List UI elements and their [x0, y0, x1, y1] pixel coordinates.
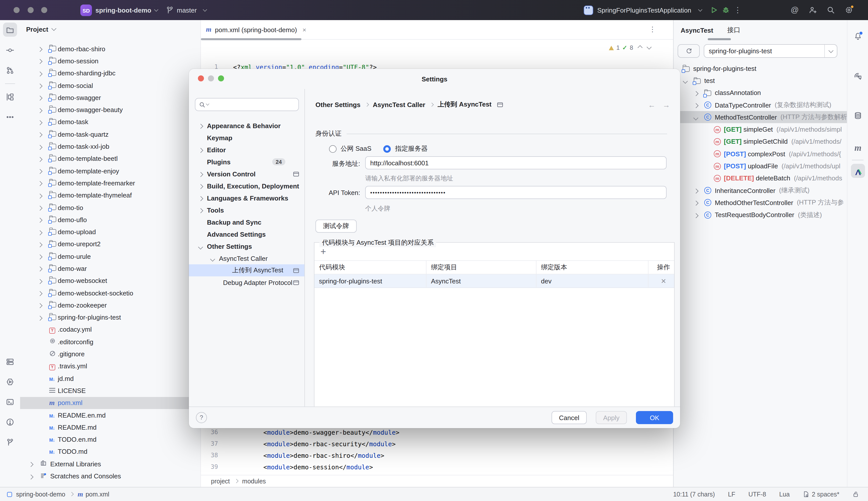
settings-tree-item[interactable]: Advanced Settings — [189, 228, 304, 240]
project-tree-item[interactable]: Scratches and Consoles — [20, 470, 200, 482]
settings-tree-item[interactable]: Version Control — [189, 168, 304, 180]
editor-tab[interactable]: m pom.xml (spring-boot-demo) × — [206, 20, 306, 39]
branch-selector[interactable]: master — [166, 0, 206, 20]
project-tree-item[interactable]: demo-template-thymeleaf — [20, 189, 200, 202]
chevron-right-icon[interactable] — [693, 91, 698, 96]
chevron-right-icon[interactable] — [37, 316, 42, 320]
cancel-button[interactable]: Cancel — [552, 411, 587, 424]
breadcrumb-upload[interactable]: 上传到 AsyncTest — [437, 100, 491, 109]
asynctest-tool-button[interactable] — [847, 162, 868, 182]
project-tree-item[interactable]: M↓ README.en.md — [20, 409, 200, 422]
code-line[interactable]: <module>demo-rbac-shiro</module> — [233, 452, 384, 459]
api-tree-item[interactable]: spring-for-plugins-test — [674, 62, 847, 75]
project-tree-item[interactable]: LICENSE — [20, 385, 200, 397]
delete-row-icon[interactable]: ✕ — [649, 274, 674, 287]
project-tree-item[interactable]: demo-websocket — [20, 275, 200, 287]
chevron-right-icon[interactable] — [693, 201, 698, 205]
settings-tree-item[interactable]: Build, Execution, Deployment — [189, 180, 304, 192]
project-tree-item[interactable]: m pom.xml — [20, 397, 200, 409]
settings-search-input[interactable] — [195, 98, 299, 111]
chevron-right-icon[interactable] — [37, 84, 42, 88]
project-tree-item[interactable]: demo-uflo — [20, 214, 200, 226]
editor-breadcrumb[interactable]: project modules — [201, 475, 673, 487]
settings-tree-item[interactable]: 上传到 AsyncTest — [189, 264, 304, 276]
project-tree-item[interactable]: demo-rbac-shiro — [20, 43, 200, 55]
window-close-button[interactable] — [13, 7, 20, 13]
project-tree-item[interactable]: demo-template-freemarker — [20, 177, 200, 190]
api-tree-item[interactable]: CDataTypeController (复杂数据结构测试) — [674, 99, 847, 111]
pull-requests-tool-button[interactable] — [0, 60, 20, 81]
chevron-down-icon[interactable] — [198, 244, 203, 249]
project-tree-item[interactable]: demo-template-enjoy — [20, 165, 200, 177]
project-tree-item[interactable]: Y .codacy.yml — [20, 323, 200, 336]
project-tree-item[interactable]: .gitignore — [20, 348, 200, 360]
project-badge[interactable]: SD — [80, 4, 92, 16]
api-tree-item[interactable]: m[POST] uploadFile (/api/v1/methods/upl — [674, 160, 847, 172]
chevron-right-icon[interactable] — [37, 133, 42, 137]
chevron-right-icon[interactable] — [37, 108, 42, 113]
chevron-right-icon[interactable] — [693, 213, 698, 218]
project-tree-item[interactable]: M↓ TODO.md — [20, 446, 200, 458]
status-file[interactable]: pom.xml — [86, 491, 109, 498]
project-tree-item[interactable]: M↓ README.md — [20, 421, 200, 434]
project-tree-item[interactable]: demo-social — [20, 79, 200, 92]
chevron-right-icon[interactable] — [37, 72, 42, 76]
run-config-name[interactable]: SpringForPluginsTestApplication — [597, 6, 691, 14]
project-tree-item[interactable]: Y .travis.yml — [20, 360, 200, 372]
test-token-button[interactable]: 测试令牌 — [315, 220, 357, 233]
maven-button[interactable]: m — [847, 138, 868, 158]
project-tree-item[interactable]: demo-websocket-socketio — [20, 287, 200, 299]
project-panel-header[interactable]: Project — [20, 20, 200, 38]
chevron-right-icon[interactable] — [37, 291, 42, 296]
chevron-right-icon[interactable] — [37, 157, 42, 162]
settings-gear-icon[interactable] — [845, 6, 853, 14]
ai-assistant-icon[interactable]: @ — [791, 6, 799, 14]
project-tree-item[interactable]: demo-task — [20, 116, 200, 128]
settings-tree-item[interactable]: AsyncTest Caller — [189, 252, 304, 264]
status-project[interactable]: spring-boot-demo — [16, 491, 65, 498]
api-tree-item[interactable]: test — [674, 75, 847, 87]
api-tree-item[interactable]: CMethodTestController (HTTP 方法与参数解析 — [674, 111, 847, 124]
settings-tree-item[interactable]: Debug Adapter Protocol — [189, 276, 304, 288]
chevron-right-icon[interactable] — [37, 96, 42, 100]
chevron-right-icon[interactable] — [198, 148, 203, 152]
chevron-right-icon[interactable] — [198, 184, 203, 189]
ai-chat-button[interactable] — [847, 66, 868, 86]
tab-interface[interactable]: 接口 — [727, 25, 740, 35]
chevron-right-icon[interactable] — [37, 59, 42, 64]
chevron-right-icon[interactable] — [198, 172, 203, 177]
project-tree-item[interactable]: demo-ureport2 — [20, 238, 200, 250]
chevron-right-icon[interactable] — [37, 47, 42, 52]
chevron-right-icon[interactable] — [29, 462, 33, 467]
inspections-widget[interactable]: 1 ✓ 8 — [609, 44, 651, 51]
add-user-icon[interactable] — [809, 6, 817, 14]
prev-problem-icon[interactable] — [638, 45, 642, 50]
radio-saas[interactable] — [329, 145, 337, 152]
run-tool-button[interactable] — [0, 372, 20, 392]
more-tools-button[interactable] — [0, 107, 20, 127]
panel-title[interactable]: AsyncTest — [681, 26, 713, 34]
combo-arrow[interactable] — [824, 45, 837, 57]
api-tree-item[interactable]: CInheritanceController (继承测试) — [674, 184, 847, 197]
api-tree-item[interactable]: m[GET] simpleGet (/api/v1/methods/simpl — [674, 124, 847, 136]
next-problem-icon[interactable] — [647, 44, 651, 49]
chevron-right-icon[interactable] — [198, 124, 203, 128]
search-icon[interactable] — [827, 6, 835, 14]
code-line[interactable]: <module>demo-session</module> — [233, 463, 373, 471]
project-tree-item[interactable]: demo-session — [20, 55, 200, 67]
chevron-right-icon[interactable] — [37, 169, 42, 174]
code-line[interactable]: <module>demo-rbac-security</module> — [233, 440, 395, 448]
api-tree-item[interactable]: CTestRequestBodyController (类描述) — [674, 209, 847, 221]
project-tree-item[interactable]: demo-task-xxl-job — [20, 140, 200, 153]
close-icon[interactable]: × — [302, 26, 306, 33]
chevron-right-icon[interactable] — [693, 103, 698, 108]
api-tree-item[interactable]: CMethodOtherTestController (HTTP 方法与参 — [674, 197, 847, 209]
chevron-right-icon[interactable] — [37, 230, 42, 235]
project-tree-item[interactable]: demo-tio — [20, 202, 200, 214]
api-tree-item[interactable]: classAnnotation — [674, 87, 847, 99]
file-type[interactable]: Lua — [779, 491, 790, 498]
chevron-right-icon[interactable] — [37, 243, 42, 247]
chevron-right-icon[interactable] — [37, 267, 42, 271]
project-tree-item[interactable]: demo-swagger-beauty — [20, 104, 200, 116]
ok-button[interactable]: OK — [636, 411, 673, 424]
